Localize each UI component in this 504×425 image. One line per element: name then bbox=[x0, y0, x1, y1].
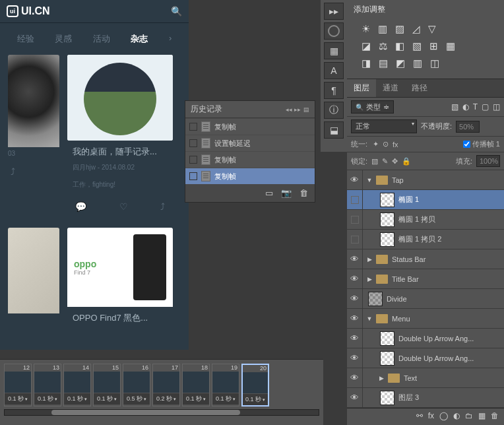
layer-row[interactable]: 👁Divide bbox=[347, 289, 504, 309]
blend-mode-select[interactable]: 正常 bbox=[351, 119, 417, 133]
history-header[interactable]: 历史记录 ◂◂ ▸▸ ▤ bbox=[185, 101, 315, 118]
timeline-frame[interactable]: 170.2 秒 bbox=[152, 364, 180, 407]
layer-row[interactable]: 👁▼Tap bbox=[347, 170, 504, 190]
layer-row[interactable]: 👁Double Up Arrow Ang... bbox=[347, 348, 504, 368]
layer-row[interactable]: 👁▼Menu bbox=[347, 309, 504, 329]
card-side[interactable]: 03 ⤴ bbox=[8, 55, 59, 220]
nav-item-1[interactable]: 灵感 bbox=[55, 33, 72, 45]
share-icon[interactable]: ⤴ bbox=[160, 201, 165, 212]
visibility-icon[interactable]: 👁 bbox=[347, 249, 363, 269]
toggle-icon[interactable]: ▼ bbox=[365, 315, 373, 322]
history-cb[interactable] bbox=[189, 139, 197, 147]
adj-vibrance-icon[interactable]: ▽ bbox=[428, 23, 436, 35]
toggle-icon[interactable]: ▶ bbox=[365, 276, 373, 282]
timeline-frame[interactable]: 120.1 秒 bbox=[4, 364, 32, 407]
trash-icon[interactable]: 🗑 bbox=[299, 188, 308, 198]
visibility-icon[interactable]: 👁 bbox=[347, 329, 363, 348]
adj-levels-icon[interactable]: ▥ bbox=[378, 23, 387, 35]
tool-btn-1[interactable]: ▸▸ bbox=[324, 3, 344, 20]
heart-icon[interactable]: ♡ bbox=[119, 201, 128, 212]
adj-photo-icon[interactable]: ▧ bbox=[412, 40, 422, 52]
frame-duration[interactable]: 0.5 秒 bbox=[123, 393, 150, 405]
timeline-frame[interactable]: 160.5 秒 bbox=[123, 364, 150, 407]
toggle-icon[interactable]: ▼ bbox=[365, 177, 373, 183]
timeline-frame[interactable]: 140.1 秒 bbox=[63, 364, 91, 407]
frame-duration[interactable]: 0.2 秒 bbox=[153, 393, 179, 405]
visibility-icon[interactable]: 👁 bbox=[347, 289, 363, 308]
unify-vis-icon[interactable]: ⊙ bbox=[383, 140, 389, 148]
timeline-frame[interactable]: 150.1 秒 bbox=[93, 364, 121, 407]
timeline-frame[interactable]: 200.1 秒 bbox=[241, 364, 269, 407]
propagate-cb-input[interactable] bbox=[463, 141, 470, 148]
camera-icon[interactable]: 📷 bbox=[281, 188, 292, 198]
fx-icon[interactable]: fx bbox=[428, 411, 434, 420]
flyout-icon[interactable]: ◂◂ ▸▸ bbox=[286, 106, 301, 113]
visibility-icon[interactable]: 👁 bbox=[347, 388, 363, 407]
history-item[interactable]: 设置帧延迟 bbox=[185, 135, 315, 151]
timeline-frame[interactable]: 130.1 秒 bbox=[34, 364, 61, 407]
tool-btn-2[interactable]: ▦ bbox=[324, 42, 344, 59]
card-main-2[interactable]: oppo Find 7 OPPO Find7 黑色... bbox=[67, 228, 173, 332]
adj-grad-icon[interactable]: ▥ bbox=[413, 57, 422, 69]
visibility-icon[interactable] bbox=[347, 190, 363, 209]
filter-adjust-icon[interactable]: ◐ bbox=[462, 102, 469, 112]
frame-duration[interactable]: 0.1 秒 bbox=[212, 393, 239, 405]
new-layer-icon[interactable]: ▦ bbox=[478, 411, 486, 420]
filter-shape-icon[interactable]: ▢ bbox=[482, 102, 489, 112]
layer-row[interactable]: 👁Double Up Arrow Ang... bbox=[347, 329, 504, 348]
menu-icon[interactable]: ▤ bbox=[303, 106, 309, 113]
tab-layers[interactable]: 图层 bbox=[347, 79, 376, 97]
link-icon[interactable]: ⚯ bbox=[416, 411, 423, 420]
timeline-frame[interactable]: 180.1 秒 bbox=[182, 364, 210, 407]
adj-balance-icon[interactable]: ⚖ bbox=[379, 40, 387, 52]
card-main[interactable]: 我的桌面，随手记录... 四月hjw - 2014.08.02 工作，fight… bbox=[67, 55, 173, 220]
frame-duration[interactable]: 0.1 秒 bbox=[64, 393, 90, 405]
history-cb[interactable] bbox=[189, 123, 197, 131]
lock-paint-icon[interactable]: ✎ bbox=[382, 157, 388, 166]
adj-mixer-icon[interactable]: ⊞ bbox=[429, 40, 438, 52]
share-icon[interactable]: ⤴ bbox=[11, 166, 15, 177]
card-side-2[interactable] bbox=[8, 228, 59, 332]
mask-icon[interactable]: ◯ bbox=[439, 411, 448, 420]
frame-duration[interactable]: 0.1 秒 bbox=[5, 393, 31, 405]
toggle-icon[interactable]: ▶ bbox=[377, 375, 385, 381]
visibility-icon[interactable]: 👁 bbox=[347, 269, 363, 288]
layer-row[interactable]: 椭圆 1 拷贝 bbox=[347, 210, 504, 230]
nav-arrow-icon[interactable]: › bbox=[169, 33, 172, 45]
history-cb[interactable] bbox=[189, 156, 197, 164]
tool-btn-spiral[interactable] bbox=[324, 22, 344, 40]
tab-paths[interactable]: 路径 bbox=[405, 79, 434, 97]
info-icon[interactable]: ⓘ bbox=[324, 102, 344, 119]
adj-poster-icon[interactable]: ▤ bbox=[379, 57, 388, 69]
lock-trans-icon[interactable]: ▧ bbox=[371, 157, 378, 166]
filter-type-select[interactable]: 🔍 类型 ≑ bbox=[351, 100, 394, 114]
opacity-value[interactable]: 50% bbox=[456, 121, 480, 133]
frame-duration[interactable]: 0.1 秒 bbox=[183, 393, 209, 405]
fill-value[interactable]: 100% bbox=[476, 155, 500, 167]
group-icon[interactable]: 🗀 bbox=[465, 411, 473, 420]
adj-bw-icon[interactable]: ◧ bbox=[395, 40, 404, 52]
filter-smart-icon[interactable]: ◫ bbox=[493, 102, 500, 112]
filter-pixel-icon[interactable]: ▧ bbox=[451, 102, 458, 112]
adj-select-icon[interactable]: ◫ bbox=[430, 57, 439, 69]
search-icon[interactable]: 🔍 bbox=[171, 6, 182, 16]
adj-lut-icon[interactable]: ▦ bbox=[446, 40, 455, 52]
layer-row[interactable]: 👁▶Title Bar bbox=[347, 269, 504, 289]
history-art-icon[interactable]: ▭ bbox=[265, 188, 273, 198]
timeline-frame[interactable]: 190.1 秒 bbox=[212, 364, 239, 407]
nav-item-3[interactable]: 杂志 bbox=[131, 33, 148, 45]
tool-btn-3[interactable]: A bbox=[324, 62, 344, 79]
frame-duration[interactable]: 0.1 秒 bbox=[34, 393, 61, 405]
history-item[interactable]: 复制帧 bbox=[185, 118, 315, 135]
comment-icon[interactable]: 💬 bbox=[75, 201, 86, 212]
propagate-checkbox[interactable]: 传播帧 1 bbox=[463, 139, 500, 149]
visibility-icon[interactable]: 👁 bbox=[347, 170, 363, 189]
unify-style-icon[interactable]: fx bbox=[393, 141, 398, 148]
frame-duration[interactable]: 0.1 秒 bbox=[94, 393, 120, 405]
adj-threshold-icon[interactable]: ◩ bbox=[396, 57, 405, 69]
visibility-icon[interactable]: 👁 bbox=[347, 348, 363, 368]
timeline-scrollbar[interactable] bbox=[4, 409, 319, 416]
layer-row[interactable]: 椭圆 1 bbox=[347, 190, 504, 210]
visibility-icon[interactable] bbox=[347, 210, 363, 229]
adj-curves-icon[interactable]: ▨ bbox=[395, 23, 404, 35]
